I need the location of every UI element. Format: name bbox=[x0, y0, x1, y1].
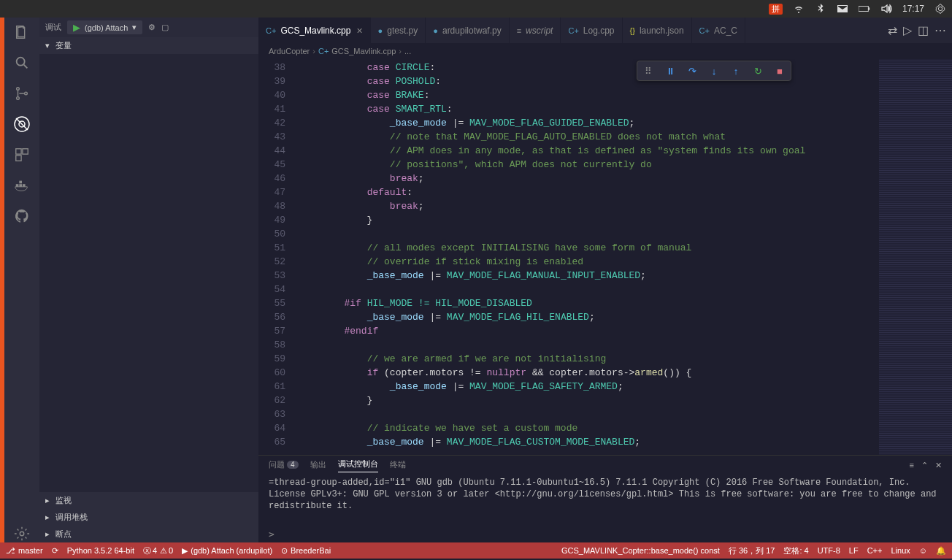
code-content[interactable]: case CIRCLE: case POSHOLD: case BRAKE: c… bbox=[299, 59, 879, 455]
python-env[interactable]: Python 3.5.2 64-bit bbox=[67, 546, 134, 555]
sidebar-title: 调试 bbox=[45, 22, 61, 33]
cpp-icon: C+ bbox=[318, 47, 329, 55]
editor-tab[interactable]: C+Log.cpp bbox=[561, 18, 622, 43]
editor-tab[interactable]: ●ardupilotwaf.py bbox=[426, 18, 509, 43]
pause-icon[interactable]: ⏸ bbox=[664, 64, 677, 77]
language-mode[interactable]: C++ bbox=[867, 546, 883, 555]
eol[interactable]: LF bbox=[849, 546, 859, 555]
drag-handle-icon[interactable]: ⠿ bbox=[642, 64, 655, 77]
panel-tabs: 问题4 输出 调试控制台 终端 ≡ ⌃ ✕ bbox=[258, 456, 952, 475]
svg-rect-0 bbox=[859, 6, 868, 11]
sync-icon[interactable]: ⟳ bbox=[52, 546, 58, 556]
editor-tab[interactable]: C+AC_C bbox=[692, 18, 745, 43]
bell-icon[interactable]: 🔔 bbox=[936, 546, 946, 556]
tab-label: launch.json bbox=[640, 26, 684, 36]
step-into-icon[interactable]: ↓ bbox=[707, 64, 721, 77]
tab-debug-console[interactable]: 调试控制台 bbox=[338, 459, 378, 472]
chevron-right-icon: ▸ bbox=[45, 496, 53, 505]
tab-label: Log.cpp bbox=[583, 26, 615, 36]
section-breakpoints[interactable]: ▸断点 bbox=[39, 526, 258, 542]
debug-console-output[interactable]: =thread-group-added,id="i1" GNU gdb (Ubu… bbox=[258, 475, 952, 529]
breadcrumbs[interactable]: ArduCopter› C+ GCS_Mavlink.cpp› ... bbox=[258, 43, 952, 59]
clock[interactable]: 17:17 bbox=[902, 4, 924, 14]
tab-label: ardupilotwaf.py bbox=[442, 26, 502, 36]
indent[interactable]: 空格: 4 bbox=[783, 545, 808, 556]
file-icon: ● bbox=[378, 26, 383, 35]
debug-icon[interactable] bbox=[13, 115, 31, 133]
debug-console-icon[interactable]: ▢ bbox=[161, 23, 169, 32]
wifi-icon[interactable] bbox=[793, 3, 805, 15]
editor-tabs: C+GCS_Mavlink.cpp×●gtest.py●ardupilotwaf… bbox=[258, 18, 952, 43]
activity-bar bbox=[4, 18, 39, 542]
extensions-icon[interactable] bbox=[13, 146, 31, 164]
system-gear-icon[interactable] bbox=[934, 3, 946, 15]
explorer-icon[interactable] bbox=[13, 23, 31, 41]
collapse-icon[interactable]: ⌃ bbox=[921, 461, 928, 470]
stop-icon[interactable]: ■ bbox=[773, 64, 786, 77]
editor-area: C+GCS_Mavlink.cpp×●gtest.py●ardupilotwaf… bbox=[258, 18, 952, 542]
debug-header: 调试 ▶ (gdb) Attach ▾ ⚙ ▢ bbox=[39, 18, 258, 37]
compare-icon[interactable]: ⇄ bbox=[888, 23, 897, 37]
git-branch[interactable]: ⎇ master bbox=[6, 546, 43, 556]
mail-icon[interactable] bbox=[837, 3, 848, 15]
section-variables[interactable]: ▾变量 bbox=[39, 37, 258, 54]
svg-rect-11 bbox=[16, 184, 19, 187]
feedback-icon[interactable]: ☺ bbox=[919, 546, 927, 555]
tab-label: wscript bbox=[526, 26, 553, 36]
tab-actions: ⇄ ▷ ◫ ⋯ bbox=[882, 23, 952, 37]
search-icon[interactable] bbox=[13, 54, 31, 72]
tab-problems[interactable]: 问题4 bbox=[269, 459, 299, 472]
bluetooth-icon[interactable] bbox=[815, 3, 826, 15]
svg-point-4 bbox=[17, 97, 20, 100]
close-icon[interactable]: × bbox=[356, 25, 362, 37]
source-control-icon[interactable] bbox=[13, 85, 31, 102]
editor-tab[interactable]: ●gtest.py bbox=[371, 18, 426, 43]
chevron-right-icon: ▸ bbox=[45, 529, 53, 539]
svg-rect-9 bbox=[23, 149, 28, 154]
system-topbar: 拼 17:17 bbox=[0, 0, 952, 18]
svg-point-5 bbox=[25, 92, 28, 95]
close-panel-icon[interactable]: ✕ bbox=[935, 461, 942, 470]
symbol-scope[interactable]: GCS_MAVLINK_Copter::base_mode() const bbox=[561, 546, 720, 555]
debug-console-input[interactable]: > bbox=[258, 529, 952, 542]
settings-icon[interactable] bbox=[13, 525, 31, 542]
section-watch[interactable]: ▸监视 bbox=[39, 492, 258, 509]
svg-rect-10 bbox=[16, 156, 21, 161]
step-over-icon[interactable]: ↷ bbox=[686, 64, 699, 77]
tab-output[interactable]: 输出 bbox=[310, 459, 326, 472]
code-editor[interactable]: 38 39 40 41 42 43 44 45 46 47 48 49 50 5… bbox=[258, 59, 952, 455]
github-icon[interactable] bbox=[13, 207, 31, 225]
run-icon[interactable]: ▷ bbox=[903, 23, 912, 37]
more-icon[interactable]: ⋯ bbox=[934, 23, 946, 37]
os[interactable]: Linux bbox=[891, 546, 910, 555]
split-icon[interactable]: ◫ bbox=[918, 23, 929, 37]
cursor-position[interactable]: 行 36，列 17 bbox=[729, 545, 775, 556]
clear-icon[interactable]: ≡ bbox=[910, 461, 914, 470]
encoding[interactable]: UTF-8 bbox=[818, 546, 840, 555]
editor-tab[interactable]: ≡wscript bbox=[510, 18, 561, 43]
tab-terminal[interactable]: 终端 bbox=[390, 459, 406, 472]
error-count[interactable]: ⓧ 4 ⚠ 0 bbox=[143, 545, 173, 556]
volume-icon[interactable] bbox=[880, 3, 892, 15]
restart-icon[interactable]: ↻ bbox=[751, 64, 764, 77]
tab-label: gtest.py bbox=[387, 26, 418, 36]
minimap[interactable] bbox=[879, 59, 952, 455]
chevron-right-icon: ▸ bbox=[45, 513, 53, 522]
section-callstack[interactable]: ▸调用堆栈 bbox=[39, 509, 258, 526]
debug-sidebar: 调试 ▶ (gdb) Attach ▾ ⚙ ▢ ▾变量 ▸监视 ▸调用堆栈 ▸断… bbox=[39, 18, 258, 542]
ime-indicator[interactable]: 拼 bbox=[769, 4, 783, 15]
docker-icon[interactable] bbox=[13, 177, 31, 194]
editor-tab[interactable]: {}launch.json bbox=[623, 18, 692, 43]
github-user[interactable]: ⊙ BreederBai bbox=[281, 546, 331, 556]
debug-status[interactable]: ▶ (gdb) Attach (ardupilot) bbox=[182, 546, 272, 556]
file-icon: ● bbox=[433, 26, 438, 35]
debug-toolbar: ⠿ ⏸ ↷ ↓ ↑ ↻ ■ bbox=[637, 61, 791, 81]
status-bar: ⎇ master ⟳ Python 3.5.2 64-bit ⓧ 4 ⚠ 0 ▶… bbox=[0, 542, 952, 559]
editor-tab[interactable]: C+GCS_Mavlink.cpp× bbox=[258, 18, 371, 43]
svg-point-2 bbox=[17, 58, 25, 66]
debug-config-dropdown[interactable]: ▶ (gdb) Attach ▾ bbox=[67, 20, 142, 34]
battery-icon[interactable] bbox=[859, 3, 870, 15]
file-icon: C+ bbox=[699, 26, 710, 35]
step-out-icon[interactable]: ↑ bbox=[729, 64, 742, 77]
gear-icon[interactable]: ⚙ bbox=[148, 23, 156, 32]
